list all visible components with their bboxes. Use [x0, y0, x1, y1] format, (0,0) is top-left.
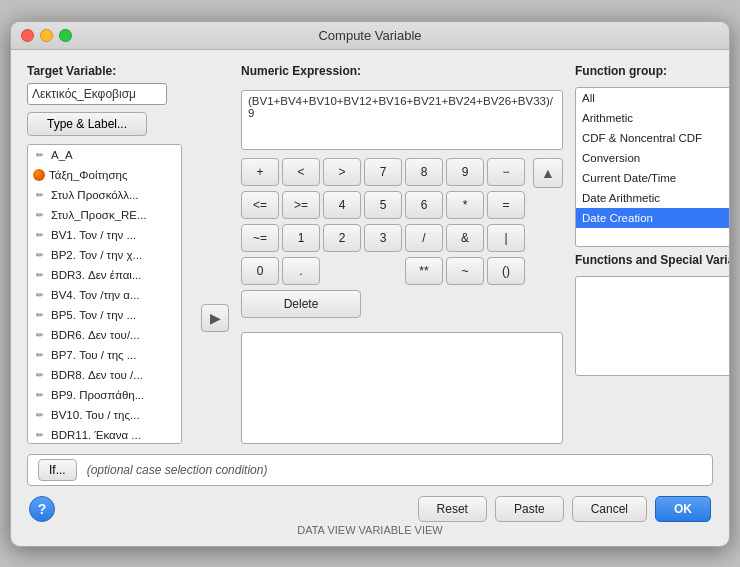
- up-arrow-panel: ▲: [533, 158, 563, 192]
- list-item[interactable]: CDF & Noncentral CDF: [576, 128, 730, 148]
- calc-6[interactable]: 6: [405, 191, 443, 219]
- calc-1[interactable]: 1: [282, 224, 320, 252]
- list-item[interactable]: Conversion: [576, 148, 730, 168]
- variable-name: BP9. Προσπάθη...: [51, 389, 144, 401]
- main-layout: Target Variable: Type & Label... ✏A_AΤάξ…: [27, 64, 713, 444]
- variable-list[interactable]: ✏A_AΤάξη_Φοίτησης✏Στυλ Προσκόλλ...✏Στυλ_…: [27, 144, 182, 444]
- list-item[interactable]: ✏BP9. Προσπάθη...: [28, 385, 181, 405]
- expression-textarea[interactable]: [241, 332, 563, 444]
- variable-name: Στυλ Προσκόλλ...: [51, 189, 139, 201]
- calc-lte[interactable]: <=: [241, 191, 279, 219]
- if-row: If... (optional case selection condition…: [27, 454, 713, 486]
- reset-button[interactable]: Reset: [418, 496, 487, 522]
- left-panel: Target Variable: Type & Label... ✏A_AΤάξ…: [27, 64, 189, 444]
- calc-or[interactable]: |: [487, 224, 525, 252]
- list-item[interactable]: Τάξη_Φοίτησης: [28, 165, 181, 185]
- paste-button[interactable]: Paste: [495, 496, 564, 522]
- list-item[interactable]: ✏BP2. Τον / την χ...: [28, 245, 181, 265]
- calc-5[interactable]: 5: [364, 191, 402, 219]
- calc-2[interactable]: 2: [323, 224, 361, 252]
- variable-name: Τάξη_Φοίτησης: [49, 169, 127, 181]
- variable-name: BDR3. Δεν έπαι...: [51, 269, 142, 281]
- list-item[interactable]: ✏BDR6. Δεν του/...: [28, 325, 181, 345]
- taskbar-hint: DATA VIEW VARIABLE VIEW: [27, 524, 713, 536]
- target-variable-input[interactable]: [27, 83, 167, 105]
- calc-minus[interactable]: −: [487, 158, 525, 186]
- list-item[interactable]: Arithmetic: [576, 108, 730, 128]
- list-item[interactable]: ✏Στυλ_Προσκ_RE...: [28, 205, 181, 225]
- calc-wrapper: + < > 7 8 9 − <= >= 4 5 6: [241, 158, 525, 320]
- calc-0[interactable]: 0: [241, 257, 279, 285]
- maximize-button[interactable]: [59, 29, 72, 42]
- calc-multiply[interactable]: *: [446, 191, 484, 219]
- calc-7[interactable]: 7: [364, 158, 402, 186]
- calc-power[interactable]: **: [405, 257, 443, 285]
- list-item[interactable]: Current Date/Time: [576, 168, 730, 188]
- variable-name: BDR6. Δεν του/...: [51, 329, 140, 341]
- ok-button[interactable]: OK: [655, 496, 711, 522]
- numeric-expression-box[interactable]: (BV1+BV4+BV10+BV12+BV16+BV21+BV24+BV26+B…: [241, 90, 563, 150]
- minimize-button[interactable]: [40, 29, 53, 42]
- list-item[interactable]: Date Creation: [576, 208, 730, 228]
- calc-delete[interactable]: Delete: [241, 290, 361, 318]
- calc-9[interactable]: 9: [446, 158, 484, 186]
- list-item[interactable]: ✏BV10. Του / της...: [28, 405, 181, 425]
- calc-3[interactable]: 3: [364, 224, 402, 252]
- list-item[interactable]: ✏BV1. Τον / την ...: [28, 225, 181, 245]
- calc-and[interactable]: &: [446, 224, 484, 252]
- list-item[interactable]: ✏BP5. Τον / την ...: [28, 305, 181, 325]
- up-arrow-button[interactable]: ▲: [533, 158, 563, 188]
- list-item[interactable]: ✏BDR11. Έκανα ...: [28, 425, 181, 444]
- calc-8[interactable]: 8: [405, 158, 443, 186]
- bottom-section: If... (optional case selection condition…: [27, 454, 713, 522]
- variable-name: BDR11. Έκανα ...: [51, 429, 141, 441]
- middle-panel: Numeric Expression: (BV1+BV4+BV10+BV12+B…: [241, 64, 563, 444]
- functions-special-label: Functions and Special Variables:: [575, 253, 730, 267]
- function-group-label: Function group:: [575, 64, 730, 78]
- variable-name: BP2. Τον / την χ...: [51, 249, 142, 261]
- calc-gt[interactable]: >: [323, 158, 361, 186]
- spacer-r4: [323, 257, 402, 287]
- variable-name: BDR8. Δεν του /...: [51, 369, 143, 381]
- calc-dot[interactable]: .: [282, 257, 320, 285]
- close-button[interactable]: [21, 29, 34, 42]
- dialog-content: Target Variable: Type & Label... ✏A_AΤάξ…: [11, 50, 729, 546]
- calc-gte[interactable]: >=: [282, 191, 320, 219]
- target-variable-label: Target Variable:: [27, 64, 189, 78]
- variable-name: BV4. Τον /την α...: [51, 289, 140, 301]
- titlebar: Compute Variable: [11, 22, 729, 50]
- variable-name: BV1. Τον / την ...: [51, 229, 136, 241]
- calc-plus[interactable]: +: [241, 158, 279, 186]
- calculator-area: + < > 7 8 9 − <= >= 4 5 6: [241, 158, 563, 320]
- optional-text: (optional case selection condition): [87, 463, 268, 477]
- list-item[interactable]: Date Arithmetic: [576, 188, 730, 208]
- list-item[interactable]: ✏BP7. Του / της ...: [28, 345, 181, 365]
- functions-special-box[interactable]: [575, 276, 730, 376]
- numeric-expression-label: Numeric Expression:: [241, 64, 563, 78]
- help-button[interactable]: ?: [29, 496, 55, 522]
- variable-name: BV10. Του / της...: [51, 409, 140, 421]
- calc-parens[interactable]: (): [487, 257, 525, 285]
- list-item[interactable]: ✏BDR8. Δεν του /...: [28, 365, 181, 385]
- calc-lt[interactable]: <: [282, 158, 320, 186]
- calc-neq[interactable]: ~=: [241, 224, 279, 252]
- function-group-list[interactable]: AllArithmeticCDF & Noncentral CDFConvers…: [575, 87, 730, 247]
- if-button[interactable]: If...: [38, 459, 77, 481]
- window-title: Compute Variable: [318, 28, 421, 43]
- list-item[interactable]: ✏BV4. Τον /την α...: [28, 285, 181, 305]
- arrow-panel: ▶: [201, 64, 229, 444]
- right-panel: Function group: AllArithmeticCDF & Nonce…: [575, 64, 730, 444]
- list-item[interactable]: ✏Στυλ Προσκόλλ...: [28, 185, 181, 205]
- list-item[interactable]: All: [576, 88, 730, 108]
- transfer-arrow-button[interactable]: ▶: [201, 304, 229, 332]
- cancel-button[interactable]: Cancel: [572, 496, 647, 522]
- calc-divide[interactable]: /: [405, 224, 443, 252]
- type-label-button[interactable]: Type & Label...: [27, 112, 147, 136]
- list-item[interactable]: ✏A_A: [28, 145, 181, 165]
- calc-eq[interactable]: =: [487, 191, 525, 219]
- calc-4[interactable]: 4: [323, 191, 361, 219]
- calc-not[interactable]: ~: [446, 257, 484, 285]
- variable-name: A_A: [51, 149, 73, 161]
- variable-name: Στυλ_Προσκ_RE...: [51, 209, 147, 221]
- list-item[interactable]: ✏BDR3. Δεν έπαι...: [28, 265, 181, 285]
